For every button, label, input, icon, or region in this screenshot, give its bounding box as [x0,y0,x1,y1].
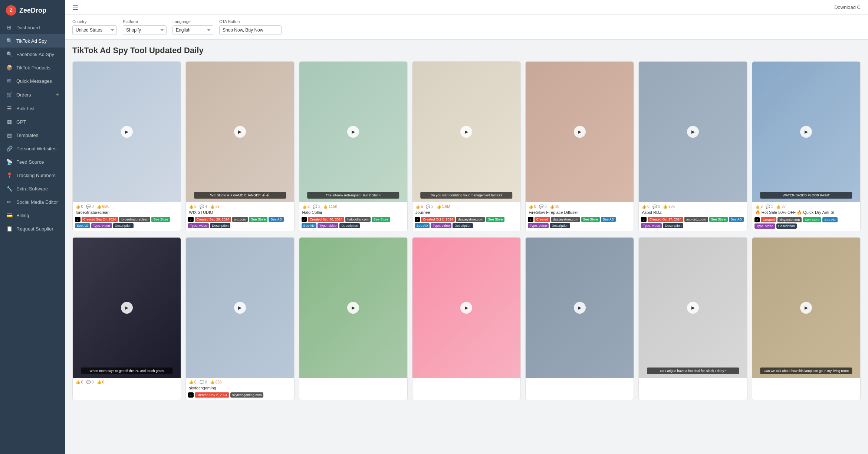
tag-created[interactable]: Created [761,217,776,222]
play-button[interactable]: ▶ [574,126,586,138]
tiktok-ad-spy-icon: 🔍 [6,38,13,44]
tag-type:-video[interactable]: Type: video [188,223,209,228]
play-button[interactable]: ▶ [234,302,246,314]
tag-see-ad[interactable]: See AD [822,217,838,222]
tag-see-ad[interactable]: See AD [729,217,744,222]
tag-description[interactable]: Description [776,223,797,229]
play-button[interactable]: ▶ [460,126,472,138]
orders-plus-btn[interactable]: + [56,91,59,98]
tag-see-ad[interactable]: See AD [601,217,616,222]
sidebar-label-quick-messages: Quick Messages [16,78,52,84]
menu-toggle[interactable]: ☰ [72,3,78,12]
tag-see-store[interactable]: See Store [581,217,600,222]
sidebar-item-tiktok-products[interactable]: 📦 TikTok Products [0,61,65,74]
card-thumbnail: ▶ [73,62,181,202]
cta-input[interactable] [219,25,282,35]
tag-description[interactable]: Description [453,223,473,228]
tag-description[interactable]: Description [339,223,360,228]
tag-website[interactable]: forceofnatureclean [119,217,151,222]
sidebar-item-dashboard[interactable]: ⊞ Dashboard [0,21,65,34]
tag-type:-video[interactable]: Type: video [431,223,451,228]
tag-description[interactable]: Description [550,223,570,228]
tag-created[interactable]: Created [535,217,550,222]
tag-tiktok[interactable]: ♪ [528,217,533,222]
tag-see-store[interactable]: See Store [709,217,728,222]
stat-shares: 👍 0 [97,380,104,384]
play-button[interactable]: ▶ [687,302,699,314]
sidebar-item-bulk-list[interactable]: ☰ Bulk List [0,102,65,115]
sidebar-item-request-supplier[interactable]: 📋 Request Supplier [0,222,65,235]
tag-description[interactable]: Description [210,223,230,228]
card-thumb-overlay: ▶ [412,238,520,378]
tag-created[interactable]: Created Sep 24, 2024 [82,217,118,222]
tag-see-store[interactable]: See Store [249,217,267,222]
card-tags [73,385,181,388]
tag-tiktok[interactable]: ♪ [754,217,760,222]
tag-see-store[interactable]: See Store [151,217,170,222]
play-button[interactable]: ▶ [121,302,133,314]
play-button[interactable]: ▶ [460,302,472,314]
tag-created[interactable]: Created Oct 2, 2024 [421,217,455,222]
play-button[interactable]: ▶ [800,126,812,138]
tag-see-store[interactable]: See Store [803,217,821,222]
tag-type:-video[interactable]: Type: video [91,223,112,228]
sidebar-item-billing[interactable]: 💳 Billing [0,209,65,222]
tag-see-ad[interactable]: See AD [269,217,284,222]
tag-created[interactable]: Created Sep 30, 2024 [308,217,344,222]
tag-see-ad[interactable]: See AD [75,223,90,228]
language-select[interactable]: English Spanish French German [172,25,213,35]
sidebar-item-extra-software[interactable]: 🔧 Extra Software [0,182,65,195]
tag-see-store[interactable]: See Store [372,217,390,222]
tag-created[interactable]: Created Sep 29, 2024 [195,217,231,222]
sidebar-item-gpt[interactable]: ▦ GPT [0,115,65,128]
tag-website[interactable]: aspidrdz.com [684,217,708,222]
stat-likes: 👍 5 [189,205,196,209]
tag-created[interactable]: Created Nov 2, 2024 [195,392,229,398]
card-stats: 👍 2 💬 1 👍 27 [752,202,860,209]
tag-description[interactable]: Description [113,223,134,228]
play-button[interactable]: ▶ [687,126,699,138]
tag-tiktok[interactable]: ♪ [415,217,420,222]
tag-website[interactable]: dazzeystore.com [456,217,485,222]
play-button[interactable]: ▶ [800,302,812,314]
tag-type:-video[interactable]: Type: video [641,223,662,228]
tag-see-ad[interactable]: See AD [302,223,317,228]
sidebar-item-orders[interactable]: 🛒 Orders + [0,88,65,102]
cards-grid-row1: ▶ 👍 0 💬 0 👍 65K forceofnatureclean ♪Crea… [72,61,861,231]
sidebar-item-personal-websites[interactable]: 🔗 Personal Websites [0,142,65,155]
sidebar-label-facebook-ad-spy: Facebook Ad Spy [16,52,54,57]
tag-description[interactable]: Description [663,223,683,228]
sidebar-item-facebook-ad-spy[interactable]: 🔍 Facebook Ad Spy [0,48,65,61]
tag-created[interactable]: Created Oct 17, 2024 [648,217,683,222]
sidebar-item-tracking-numbers[interactable]: 📍 Tracking Numbers [0,169,65,182]
tag-see-ad[interactable]: See AD [415,223,430,228]
tag-type:-video[interactable]: Type: video [318,223,338,228]
tag-tiktok[interactable]: ♪ [188,392,194,398]
sidebar-item-tiktok-ad-spy[interactable]: 🔍 TikTok Ad Spy [0,34,65,48]
play-button[interactable]: ▶ [347,302,359,314]
tag-website[interactable]: skytechgaming.com [230,392,264,398]
tag-website[interactable]: dazzeystore.com [551,217,580,222]
country-select[interactable]: United States United Kingdom Canada Aust… [72,25,117,35]
sidebar-item-feed-source[interactable]: 📡 Feed Source [0,155,65,169]
tag-website[interactable]: halocollar.com [345,217,371,222]
tag-website[interactable]: wix.com [232,217,248,222]
play-button[interactable]: ▶ [574,302,586,314]
sidebar-item-templates[interactable]: ▤ Templates [0,128,65,142]
tag-type:-video[interactable]: Type: video [754,223,775,229]
play-button[interactable]: ▶ [121,126,133,138]
tag-tiktok[interactable]: ♪ [188,217,194,222]
tag-see-store[interactable]: See Store [486,217,504,222]
tag-website[interactable]: kinyanco.com [777,217,802,222]
card-tags [752,378,860,381]
sidebar-item-quick-messages[interactable]: ✉ Quick Messages [0,74,65,88]
play-button[interactable]: ▶ [347,126,359,138]
tag-tiktok[interactable]: ♪ [641,217,647,222]
sidebar-item-social-media-editor[interactable]: ✏ Social Media Editor [0,195,65,209]
tag-tiktok[interactable]: ♪ [302,217,307,222]
platform-select[interactable]: Shopify WooCommerce BigCommerce [123,25,167,35]
tag-type:-video[interactable]: Type: video [528,223,549,228]
tag-tiktok[interactable]: ♪ [75,217,80,222]
play-button[interactable]: ▶ [234,126,246,138]
stat-comments: 💬 0 [86,380,93,384]
